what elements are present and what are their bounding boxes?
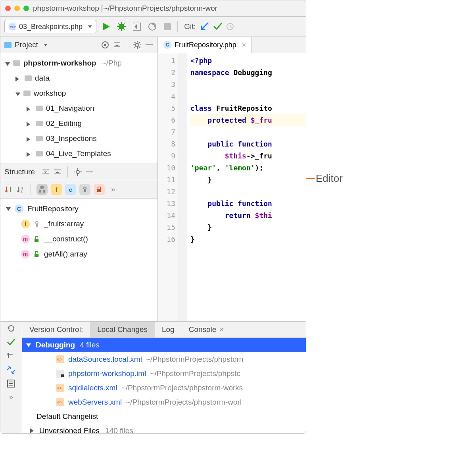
member-label: _fruits:array — [44, 220, 84, 228]
hide-panel-icon[interactable] — [145, 40, 154, 49]
structure-member[interactable]: f _fruits:array — [3, 216, 157, 231]
more-icon[interactable]: » — [9, 393, 13, 401]
structure-member[interactable]: m __construct() — [3, 231, 157, 247]
changelist-name: Debugging — [36, 341, 75, 349]
revert-icon[interactable] — [7, 352, 15, 361]
fold-column[interactable] — [179, 53, 187, 322]
editor-tab[interactable]: C FruitRepository.php × — [158, 37, 252, 53]
editor-tab-label: FruitRepository.php — [175, 41, 236, 49]
svg-line-34 — [134, 46, 136, 48]
file-name: sqldialects.xml — [68, 384, 117, 392]
vcs-tab-local-changes[interactable]: Local Changes — [90, 322, 155, 338]
changelist-row[interactable]: Debugging 4 files — [22, 338, 306, 352]
filter-private-icon[interactable] — [79, 184, 90, 195]
tree-folder[interactable]: 01_Navigation — [2, 101, 157, 116]
hide-panel-icon[interactable] — [85, 168, 94, 176]
structure-member[interactable]: m getAll():array — [3, 247, 157, 262]
close-window-icon[interactable] — [5, 6, 11, 11]
code-editor[interactable]: 12345678910111213141516 <?phpnamespace D… — [158, 53, 306, 322]
changed-file-row[interactable]: <> dataSources.local.xml ~/PhpstormProje… — [22, 352, 306, 366]
default-changelist-row[interactable]: Default Changelist — [22, 409, 306, 424]
svg-text:<>: <> — [57, 357, 62, 362]
project-tree[interactable]: phpstorm-workshop ~/Php data workshop 01… — [0, 53, 157, 164]
structure-tree[interactable]: C FruitRepository f _fruits:array m __co… — [0, 199, 157, 278]
php-file-icon: PHP — [9, 23, 16, 30]
filter-locked-icon[interactable] — [94, 184, 105, 195]
refresh-icon[interactable] — [7, 324, 15, 333]
project-root[interactable]: phpstorm-workshop ~/Php — [2, 56, 157, 71]
unversioned-count: 140 files — [105, 426, 133, 433]
tree-folder[interactable]: workshop — [2, 86, 157, 101]
annotation-editor: Editor — [316, 172, 343, 185]
main-toolbar: PHP 03_Breakpoints.php Git: — [0, 17, 306, 37]
vcs-side-toolbar: » — [0, 322, 22, 433]
maximize-window-icon[interactable] — [23, 6, 29, 11]
filter-constants-icon[interactable]: c — [65, 184, 76, 195]
svg-rect-67 — [61, 374, 64, 377]
svg-marker-58 — [8, 328, 10, 330]
minimize-window-icon[interactable] — [14, 6, 20, 11]
tree-folder-label: 02_Editing — [46, 119, 82, 128]
svg-rect-57 — [35, 254, 38, 257]
coverage-icon[interactable] — [133, 23, 141, 31]
debug-icon[interactable] — [117, 22, 126, 31]
collapse-all-icon[interactable] — [53, 168, 62, 176]
structure-panel-title: Structure — [4, 168, 35, 176]
svg-rect-48 — [40, 186, 44, 189]
structure-toolbar: az f c » — [0, 180, 157, 199]
update-project-icon[interactable] — [200, 22, 209, 31]
code-body[interactable]: <?phpnamespace Debugging class FruitRepo… — [187, 53, 306, 322]
tree-folder[interactable]: 03_Inspections — [2, 131, 157, 146]
file-path: ~/PhpstormProjects/phpstorm-worl — [126, 398, 242, 407]
commit-icon[interactable] — [6, 338, 16, 346]
php-class-icon: C — [163, 41, 171, 49]
close-tab-icon[interactable]: × — [242, 41, 246, 49]
close-tab-icon[interactable]: × — [219, 325, 224, 334]
svg-line-33 — [139, 42, 140, 43]
more-icon[interactable]: » — [111, 185, 115, 194]
file-name: phpstorm-workshop.iml — [68, 369, 146, 378]
class-name: FruitRepository — [27, 204, 79, 213]
unversioned-row[interactable]: Unversioned Files 140 files — [22, 424, 306, 433]
sort-visibility-icon[interactable] — [4, 185, 13, 194]
project-root-label: phpstorm-workshop — [23, 59, 96, 68]
tree-folder[interactable]: 04_Live_Templates — [2, 146, 157, 161]
run-icon[interactable] — [103, 23, 110, 31]
chevron-down-icon[interactable] — [44, 44, 48, 46]
changelist-count: 4 files — [80, 341, 100, 349]
tree-folder-label: data — [35, 74, 50, 83]
file-path: ~/PhpstormProjects/phpstorm-works — [121, 384, 243, 392]
filter-fields-icon[interactable]: f — [51, 184, 62, 195]
expand-all-icon[interactable] — [41, 168, 50, 176]
tree-folder[interactable]: data — [2, 71, 157, 86]
vcs-title: Version Control: — [22, 322, 90, 338]
vcs-tab-log[interactable]: Log — [155, 322, 182, 338]
svg-point-41 — [76, 170, 79, 174]
stop-icon[interactable] — [164, 23, 171, 30]
tree-folder[interactable]: 02_Editing — [2, 116, 157, 131]
svg-marker-37 — [44, 172, 47, 173]
public-icon — [34, 251, 40, 257]
tree-folder-label: 04_Live_Templates — [46, 149, 111, 158]
changed-file-row[interactable]: phpstorm-workshop.iml ~/PhpstormProjects… — [22, 366, 306, 381]
structure-class[interactable]: C FruitRepository — [3, 201, 157, 216]
gear-icon[interactable] — [133, 40, 142, 49]
scroll-to-source-icon[interactable] — [101, 40, 109, 49]
sort-alpha-icon[interactable]: az — [16, 185, 25, 194]
gear-icon[interactable] — [73, 168, 82, 176]
changes-list[interactable]: Debugging 4 files <> dataSources.local.x… — [22, 338, 306, 433]
collapse-all-icon[interactable] — [113, 40, 121, 49]
changed-file-row[interactable]: <> webServers.xml ~/PhpstormProjects/php… — [22, 395, 306, 409]
commit-icon[interactable] — [213, 23, 222, 31]
changelist-icon[interactable] — [7, 380, 15, 388]
changed-file-row[interactable]: <> sqldialects.xml ~/PhpstormProjects/ph… — [22, 381, 306, 395]
xml-file-icon: <> — [56, 398, 64, 406]
history-icon[interactable] — [226, 23, 234, 31]
diff-icon[interactable] — [6, 366, 16, 374]
svg-marker-40 — [56, 172, 59, 173]
vcs-tab-console[interactable]: Console× — [182, 322, 231, 338]
profile-icon[interactable] — [148, 22, 157, 31]
run-config-selector[interactable]: PHP 03_Breakpoints.php — [4, 20, 96, 33]
svg-text:<>: <> — [57, 400, 62, 405]
filter-inherited-icon[interactable] — [36, 184, 48, 195]
